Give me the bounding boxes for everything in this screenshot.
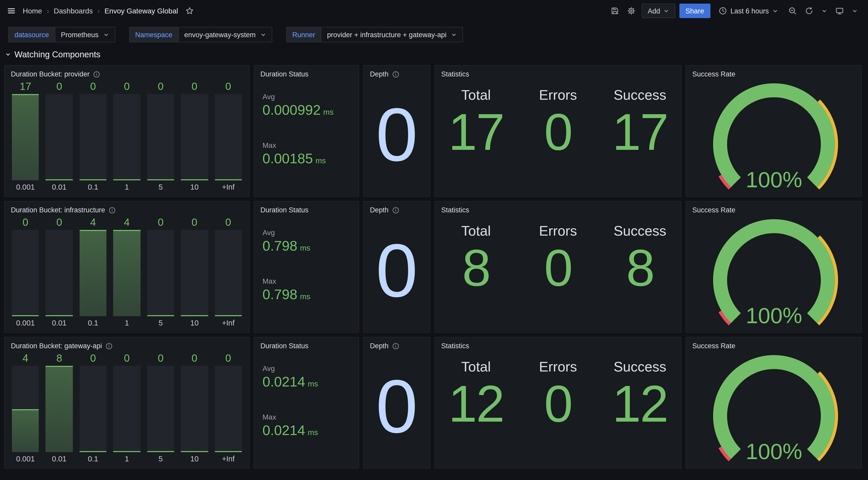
bar-value: 0 <box>181 80 208 94</box>
bar-value: 0 <box>147 80 174 94</box>
runner-dropdown[interactable]: provider + infrastructure + gateway-api <box>321 27 463 42</box>
bar-value: 0 <box>46 216 73 230</box>
bar-track <box>181 94 208 180</box>
bar-x-label: 1 <box>114 452 141 465</box>
namespace-dropdown[interactable]: envoy-gateway-system <box>178 27 272 42</box>
navbar-left: Home › Dashboards › Envoy Gateway Global <box>5 5 195 17</box>
hamburger-icon <box>7 7 16 15</box>
panel-header[interactable]: Duration Bucket: infrastructure <box>5 202 249 216</box>
chevron-down-icon <box>5 52 11 57</box>
info-icon[interactable] <box>109 206 116 214</box>
stat-value: 0 <box>544 103 572 160</box>
grafana-dashboard: Home › Dashboards › Envoy Gateway Global… <box>0 0 868 480</box>
panel-header[interactable]: Success Rate <box>686 337 861 352</box>
stat-column: Success17 <box>599 81 681 160</box>
panel-header[interactable]: Statistics <box>435 337 681 352</box>
collapse-navbar-button[interactable] <box>850 6 860 16</box>
bar-x-label: 10 <box>181 452 208 465</box>
panel-header[interactable]: Duration Status <box>254 337 359 352</box>
info-icon[interactable] <box>93 70 100 78</box>
info-icon[interactable] <box>106 342 113 350</box>
bar-value: 8 <box>46 352 73 366</box>
dashboard-row: Duration Bucket: infrastructure 00.00100… <box>4 201 864 333</box>
variable-runner: Runner provider + infrastructure + gatew… <box>286 27 463 42</box>
stat-value: 17 <box>448 103 503 160</box>
stat-column: Errors0 <box>517 81 599 160</box>
panel-header[interactable]: Depth <box>364 66 430 80</box>
zoom-out-time-button[interactable] <box>786 5 799 17</box>
share-button[interactable]: Share <box>679 4 710 18</box>
stat-column: Total8 <box>435 217 517 296</box>
bar-column: 05 <box>147 80 174 193</box>
avg-label: Avg <box>262 364 359 372</box>
add-button[interactable]: Add <box>642 4 675 18</box>
gauge: 100% <box>686 80 861 196</box>
bar-column: 010 <box>181 80 208 193</box>
bar-value: 0 <box>80 352 107 366</box>
info-icon[interactable] <box>392 342 399 350</box>
bar-fill <box>114 179 141 180</box>
panel-header[interactable]: Duration Bucket: provider <box>5 66 249 80</box>
panel-header[interactable]: Duration Status <box>254 66 359 80</box>
panel-header[interactable]: Statistics <box>435 66 681 80</box>
avg-stat: Avg 0.000992ms <box>262 92 359 118</box>
stat-label: Errors <box>539 223 577 239</box>
bar-fill <box>12 94 39 180</box>
bar-value: 17 <box>12 80 39 94</box>
stat-label: Errors <box>539 359 577 375</box>
breadcrumb-home[interactable]: Home <box>23 7 42 15</box>
bar-fill <box>215 451 242 452</box>
star-icon <box>185 7 193 15</box>
panel-header[interactable]: Duration Status <box>254 202 359 216</box>
bar-value: 0 <box>181 216 208 230</box>
panel-statistics: Statistics Total12Errors0Success12 <box>435 337 681 469</box>
panel-header[interactable]: Depth <box>364 337 430 352</box>
stat-value: 8 <box>626 239 654 296</box>
duration-title: Duration Status <box>260 342 308 350</box>
bar-column: 0+Inf <box>215 80 242 193</box>
bar-value: 0 <box>46 80 73 94</box>
bar-value: 4 <box>80 216 107 230</box>
panel-header[interactable]: Duration Bucket: gateway-api <box>5 337 249 352</box>
refresh-button[interactable] <box>803 5 815 17</box>
datasource-dropdown[interactable]: Prometheus <box>55 27 115 42</box>
variable-value: provider + infrastructure + gateway-api <box>327 31 446 38</box>
panel-header[interactable]: Depth <box>364 202 430 216</box>
gauge: 100% <box>686 216 861 332</box>
star-button[interactable] <box>183 5 195 17</box>
bar-x-label: 5 <box>147 180 174 193</box>
panel-header[interactable]: Statistics <box>435 202 681 216</box>
avg-unit: ms <box>300 243 310 252</box>
gauge-value: 100% <box>746 303 802 328</box>
bar-x-label: 5 <box>147 316 174 329</box>
bar-value: 0 <box>147 352 174 366</box>
gauge: 100% <box>686 352 861 468</box>
dashboard-settings-button[interactable] <box>625 5 637 17</box>
time-range-picker[interactable]: Last 6 hours <box>714 7 782 15</box>
panel-header[interactable]: Success Rate <box>686 66 861 80</box>
bar-column: 010 <box>181 216 208 329</box>
bar-x-label: 0.1 <box>80 316 107 329</box>
dashboard-row: Duration Bucket: gateway-api 40.00180.01… <box>4 337 864 469</box>
kiosk-mode-button[interactable] <box>833 5 846 17</box>
menu-button[interactable] <box>5 5 18 17</box>
refresh-interval-button[interactable] <box>819 6 829 16</box>
row-watching-components[interactable]: Watching Components <box>0 42 868 64</box>
info-icon[interactable] <box>392 70 399 78</box>
bar-column: 00.01 <box>46 80 73 193</box>
breadcrumb-dashboards[interactable]: Dashboards <box>54 7 93 15</box>
avg-label: Avg <box>262 92 359 101</box>
stats-title: Statistics <box>441 70 469 78</box>
panel-duration-bucket: Duration Bucket: provider 170.00100.0100… <box>4 65 250 197</box>
bar-value: 0 <box>12 216 39 230</box>
panel-header[interactable]: Success Rate <box>686 202 861 216</box>
bar-x-label: 0.01 <box>46 180 73 193</box>
max-unit: ms <box>308 428 318 437</box>
bar-column: 00.1 <box>80 352 107 465</box>
avg-value: 0.798 <box>262 238 297 254</box>
info-icon[interactable] <box>392 206 399 214</box>
save-dashboard-button[interactable] <box>609 5 621 17</box>
bar-fill <box>147 315 174 316</box>
max-label: Max <box>262 413 359 421</box>
duration-body: Avg 0.0214ms Max 0.0214ms <box>254 352 359 468</box>
